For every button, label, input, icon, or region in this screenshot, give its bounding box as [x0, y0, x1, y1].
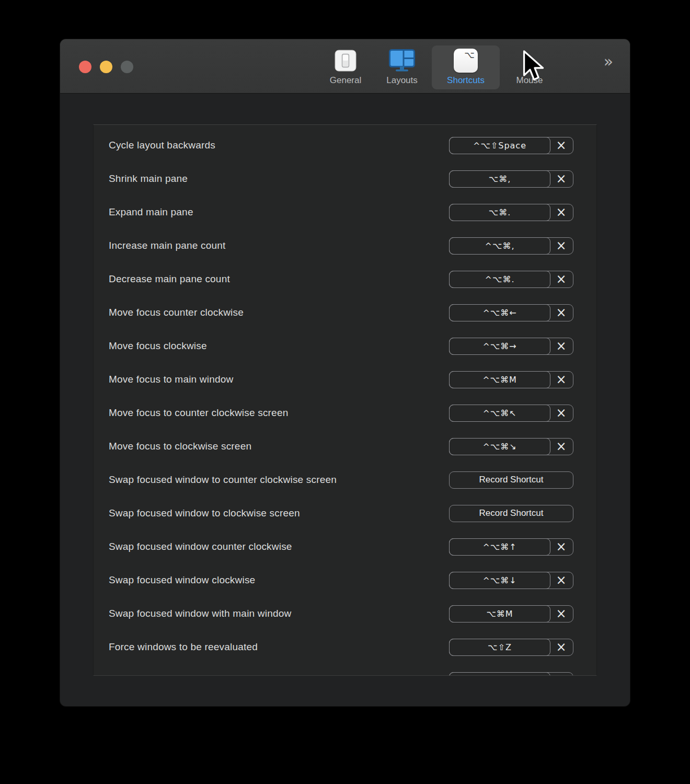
shortcut-keys-button[interactable]: ⌥⌘, — [449, 170, 550, 188]
shortcut-label: Swap focused window to counter clockwise… — [109, 474, 337, 486]
shortcut-row: Shrink main pane ⌥⌘,× — [94, 162, 596, 195]
clear-shortcut-button[interactable]: × — [549, 606, 573, 622]
shortcut-row: Move focus to clockwise screen ^⌥⌘↘× — [94, 430, 596, 463]
shortcut-keys-button[interactable] — [449, 672, 550, 676]
tab-general[interactable]: General — [319, 45, 372, 89]
shortcut-label: Move focus to counter clockwise screen — [109, 407, 288, 419]
shortcut-control: ⌥⇧Z× — [449, 639, 573, 656]
shortcut-combo: ^⌥⌘↖× — [449, 405, 573, 422]
shortcut-control: ^⌥⌘↑× — [449, 538, 573, 556]
toolbar-tabs: General Layouts ⌥ Sho — [319, 45, 556, 89]
shortcut-combo — [449, 672, 573, 676]
shortcut-label: Shrink main pane — [109, 173, 188, 185]
shortcut-label: Swap focused window counter clockwise — [109, 541, 292, 552]
shortcut-row: Move focus counter clockwise ^⌥⌘←× — [94, 296, 596, 329]
shortcut-label: Cycle layout backwards — [109, 140, 215, 151]
shortcut-label: Expand main pane — [109, 206, 193, 218]
shortcut-label: Decrease main pane count — [109, 273, 230, 285]
switch-icon — [335, 47, 356, 74]
desktop: { "window": { "traffic_lights": [ {"name… — [0, 0, 690, 784]
shortcut-row: Move focus to counter clockwise screen ^… — [94, 396, 596, 430]
clear-shortcut-button[interactable]: × — [549, 171, 573, 187]
clear-shortcut-button[interactable]: × — [549, 439, 573, 455]
shortcut-keys-button[interactable]: ^⌥⌘← — [449, 304, 550, 321]
shortcut-combo: ^⌥⌘M× — [449, 371, 573, 388]
shortcut-row — [94, 664, 596, 676]
shortcut-control: ^⌥⌘↓× — [449, 572, 573, 589]
shortcut-row: Swap focused window to clockwise screen … — [94, 497, 596, 530]
shortcut-label: Move focus clockwise — [109, 340, 207, 352]
shortcut-keys-button[interactable]: ^⌥⌘, — [449, 237, 550, 255]
shortcut-keys-button[interactable]: ⌥⇧Z — [449, 639, 550, 656]
shortcut-label: Swap focused window to clockwise screen — [109, 508, 300, 519]
clear-shortcut-button[interactable]: × — [549, 204, 573, 221]
clear-shortcut-button[interactable]: × — [549, 338, 573, 354]
displays-icon — [389, 47, 415, 74]
tab-layouts[interactable]: Layouts — [375, 45, 429, 89]
shortcut-row: Move focus to main window ^⌥⌘M× — [94, 363, 596, 396]
clear-shortcut-button[interactable]: × — [549, 271, 573, 287]
shortcut-keys-button[interactable]: ⌥⌘. — [449, 204, 550, 221]
clear-shortcut-button[interactable]: × — [549, 572, 573, 589]
shortcut-row: Decrease main pane count ^⌥⌘.× — [94, 262, 596, 296]
clear-shortcut-button[interactable]: × — [549, 305, 573, 321]
clear-shortcut-button[interactable]: × — [549, 137, 573, 154]
traffic-lights — [79, 61, 133, 73]
shortcut-combo: ⌥⇧Z× — [449, 639, 573, 656]
shortcut-keys-button[interactable]: ^⌥⌘. — [449, 271, 550, 288]
shortcut-combo: ^⌥⌘↓× — [449, 572, 573, 589]
preferences-window: General Layouts ⌥ Sho — [60, 39, 630, 706]
shortcut-combo: ⌥⌘,× — [449, 170, 573, 188]
shortcut-control: ^⌥⌘→× — [449, 338, 573, 355]
shortcut-label: Move focus counter clockwise — [109, 307, 244, 318]
clear-shortcut-button[interactable]: × — [549, 372, 573, 388]
shortcut-row: Swap focused window with main window ⌥⌘M… — [94, 597, 596, 630]
shortcut-row: Force windows to be reevaluated ⌥⇧Z× — [94, 630, 596, 664]
close-button[interactable] — [79, 61, 91, 73]
shortcut-control: ⌥⌘.× — [449, 204, 573, 221]
shortcut-keys-button[interactable]: ^⌥⌘↖ — [449, 405, 550, 422]
record-shortcut-button[interactable]: Record Shortcut — [449, 471, 573, 489]
record-shortcut-button[interactable]: Record Shortcut — [449, 505, 573, 522]
shortcut-combo: ^⌥⌘←× — [449, 304, 573, 321]
toolbar-overflow-button[interactable]: » — [604, 54, 613, 70]
shortcut-combo: ^⌥⌘→× — [449, 338, 573, 355]
clear-shortcut-button[interactable]: × — [549, 405, 573, 421]
tab-layouts-label: Layouts — [386, 75, 418, 86]
shortcut-control: Record Shortcut — [449, 471, 573, 489]
shortcut-label: Increase main pane count — [109, 240, 225, 251]
shortcut-keys-button[interactable]: ^⌥⌘↑ — [449, 538, 550, 556]
shortcut-row: Increase main pane count ^⌥⌘,× — [94, 229, 596, 262]
shortcut-control: ^⌥⇧Space× — [449, 137, 573, 154]
shortcut-control: ⌥⌘M× — [449, 605, 573, 622]
shortcut-keys-button[interactable]: ^⌥⌘→ — [449, 338, 550, 355]
shortcut-label: Swap focused window clockwise — [109, 574, 255, 586]
shortcut-keys-button[interactable]: ^⌥⌘↓ — [449, 572, 550, 589]
shortcut-keys-button[interactable]: ^⌥⇧Space — [449, 137, 550, 154]
clear-shortcut-button[interactable] — [549, 673, 573, 676]
shortcut-combo: ⌥⌘.× — [449, 204, 573, 221]
minimize-button[interactable] — [100, 61, 112, 73]
shortcut-row: Move focus clockwise ^⌥⌘→× — [94, 329, 596, 363]
shortcut-row: Swap focused window counter clockwise ^⌥… — [94, 530, 596, 563]
shortcut-control: ^⌥⌘,× — [449, 237, 573, 255]
shortcuts-panel: Cycle layout backwards ^⌥⇧Space× Shrink … — [93, 124, 597, 676]
clear-shortcut-button[interactable]: × — [549, 238, 573, 254]
shortcut-keys-button[interactable]: ⌥⌘M — [449, 605, 550, 622]
tab-shortcuts-label: Shortcuts — [447, 75, 485, 86]
shortcut-control: ^⌥⌘↖× — [449, 405, 573, 422]
shortcut-control: Record Shortcut — [449, 505, 573, 522]
shortcut-combo: ^⌥⌘.× — [449, 271, 573, 288]
shortcut-row: Cycle layout backwards ^⌥⇧Space× — [94, 129, 596, 162]
window-option-icon: ⌥ — [454, 47, 478, 74]
shortcut-label: Move focus to main window — [109, 374, 233, 385]
tab-general-label: General — [330, 75, 361, 86]
shortcut-label: Force windows to be reevaluated — [109, 641, 258, 653]
clear-shortcut-button[interactable]: × — [549, 639, 573, 655]
shortcut-keys-button[interactable]: ^⌥⌘M — [449, 371, 550, 388]
shortcut-control: ⌥⌘,× — [449, 170, 573, 188]
tab-shortcuts[interactable]: ⌥ Shortcuts — [432, 45, 500, 89]
clear-shortcut-button[interactable]: × — [549, 539, 573, 555]
shortcut-keys-button[interactable]: ^⌥⌘↘ — [449, 438, 550, 455]
shortcut-control: ^⌥⌘←× — [449, 304, 573, 321]
